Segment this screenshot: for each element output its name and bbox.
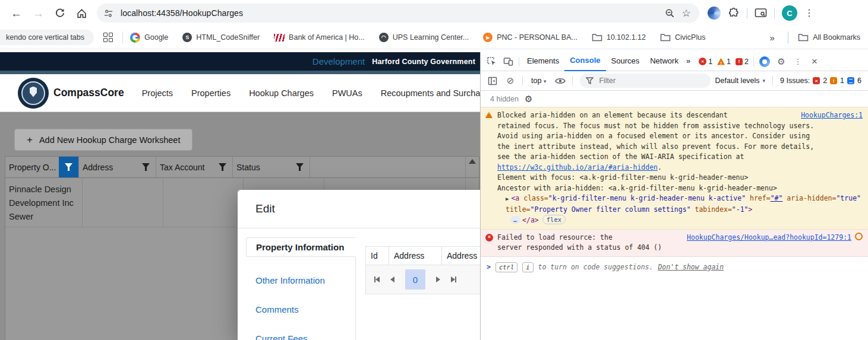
nav-item-recoupments[interactable]: Recoupments and Surcharges	[381, 88, 480, 98]
nav-item-properties[interactable]: Properties	[191, 88, 231, 98]
plus-icon: +	[27, 134, 33, 146]
bookmark-folder-civicplus[interactable]: CivicPlus	[660, 33, 705, 42]
globe-icon: ◠	[379, 33, 389, 42]
tab-property-information[interactable]: Property Information	[246, 237, 356, 257]
bookmark-folder-ip[interactable]: 10.102.1.12	[592, 33, 646, 42]
bookmark-star-icon[interactable]: ☆	[678, 5, 695, 21]
href-link[interactable]: "#"	[771, 194, 783, 202]
tab-console[interactable]: Console	[564, 52, 605, 71]
warning-icon: !	[717, 58, 725, 65]
toolbar-divider	[774, 8, 775, 18]
profile-avatar[interactable]: C	[782, 5, 797, 21]
devtools-panel: Elements Console Sources Network » ×1 !1…	[480, 52, 868, 340]
expand-ellipsis-button[interactable]: …	[510, 216, 520, 224]
bookmark-pnc[interactable]: ▶PNC - PERSONAL BA...	[483, 33, 577, 42]
log-levels-dropdown[interactable]: Default levels ▾	[712, 77, 769, 85]
tab-network[interactable]: Network	[645, 52, 684, 71]
devtools-close-icon[interactable]: ×	[806, 54, 823, 69]
county-seal-logo[interactable]	[18, 78, 49, 109]
reload-icon[interactable]	[55, 8, 65, 18]
nav-item-hookup-charges[interactable]: Hookup Charges	[249, 88, 314, 98]
cell-address[interactable]	[83, 178, 163, 227]
column-header-address-direction[interactable]: Address Dire	[442, 247, 480, 265]
browser-menu-icon[interactable]: ⋮	[804, 8, 814, 18]
bookmark-bofa[interactable]: Bank of America | Ho...	[274, 33, 365, 42]
cell-property-owner[interactable]: Pinnacle Design Development Inc Sewer	[5, 178, 83, 227]
filter-funnel-icon[interactable]	[142, 163, 150, 171]
device-toolbar-icon[interactable]	[500, 54, 516, 69]
tab-group-chip[interactable]: kendo core vertical tabs	[0, 30, 94, 45]
forward-icon[interactable]: →	[33, 8, 44, 19]
column-header-status[interactable]: Status	[233, 157, 310, 177]
browser-extension-icon[interactable]	[708, 7, 721, 20]
column-header-id[interactable]: Id	[366, 247, 389, 265]
side-panel-icon[interactable]	[755, 8, 767, 18]
chevron-down-icon: ▾	[763, 78, 766, 84]
inspect-element-icon[interactable]	[483, 54, 500, 69]
console-messages: ! Blocked aria-hidden on an element beca…	[481, 107, 868, 278]
console-filter[interactable]	[580, 74, 710, 88]
cell-tax-account[interactable]	[163, 178, 244, 227]
filter-input[interactable]	[598, 76, 695, 85]
hidden-messages-label[interactable]: 4 hidden	[490, 95, 519, 103]
context-selector[interactable]: top ▾	[526, 77, 551, 85]
pager-current-page[interactable]: 0	[405, 269, 425, 290]
console-settings-gear-icon[interactable]: ⚙	[525, 94, 532, 104]
console-sidebar-icon[interactable]	[484, 73, 501, 88]
pager-first-button[interactable]	[374, 277, 380, 282]
site-settings-icon[interactable]	[100, 5, 116, 21]
address-bar[interactable]: localhost:44358/HookupCharges ☆	[97, 4, 699, 23]
bookmark-ups[interactable]: ◠UPS Learning Center...	[379, 33, 469, 42]
issues-count-badge[interactable]: !2	[736, 58, 749, 66]
app-brand[interactable]: CompassCore	[53, 87, 124, 99]
bookmark-google[interactable]: Google	[130, 33, 168, 43]
tab-other-information[interactable]: Other Information	[246, 271, 355, 290]
url-text[interactable]: localhost:44358/HookupCharges	[121, 8, 661, 18]
bookmarks-overflow-icon[interactable]: »	[769, 33, 774, 43]
tab-current-fees[interactable]: Current Fees	[246, 329, 355, 340]
issues-summary[interactable]: 9 Issues: ×2 !1 6	[777, 77, 865, 85]
expand-arrow-icon[interactable]: ▶	[506, 196, 509, 202]
tab-comments[interactable]: Comments	[246, 300, 355, 319]
error-count-badge[interactable]: ×1	[699, 58, 712, 66]
toolbar-divider	[572, 76, 573, 85]
warning-count-badge[interactable]: !1	[717, 58, 731, 66]
live-expression-eye-icon[interactable]	[552, 73, 569, 88]
nav-item-projects[interactable]: Projects	[142, 88, 173, 98]
zoom-page-icon[interactable]	[661, 5, 678, 21]
aria-spec-link[interactable]: https://w3c.github.io/aria/#aria-hidden	[497, 163, 658, 171]
grid-scrollbar[interactable]	[466, 157, 479, 177]
more-tabs-icon[interactable]: »	[684, 52, 693, 71]
column-header-tax-account[interactable]: Tax Account	[156, 157, 233, 177]
filter-funnel-icon[interactable]	[219, 163, 226, 171]
devtools-settings-icon[interactable]: ⚙	[773, 54, 790, 69]
clear-console-icon[interactable]: ⊘	[502, 73, 519, 88]
related-issue-icon[interactable]	[855, 233, 863, 240]
pager-next-button[interactable]	[436, 277, 440, 282]
filter-button-active[interactable]	[59, 157, 78, 177]
tab-elements[interactable]: Elements	[522, 52, 564, 71]
warning-source-link[interactable]: HookupCharges:1	[801, 110, 863, 121]
bookmark-codesniffer[interactable]: SHTML_CodeSniffer	[182, 33, 260, 42]
nav-item-pwuas[interactable]: PWUAs	[332, 88, 362, 98]
extensions-puzzle-icon[interactable]	[728, 7, 740, 19]
console-prompt[interactable]: > ctrl i to turn on code suggestions. Do…	[481, 257, 868, 278]
column-header-address[interactable]: Address	[389, 247, 442, 265]
back-icon[interactable]: ←	[11, 8, 22, 19]
console-insights-icon[interactable]	[756, 54, 773, 69]
flex-badge[interactable]: flex	[542, 215, 566, 224]
home-icon[interactable]	[76, 8, 87, 19]
filter-funnel-icon[interactable]	[296, 163, 304, 171]
add-worksheet-button[interactable]: + Add New Hookup Charge Worksheet	[14, 129, 192, 151]
tab-sources[interactable]: Sources	[606, 52, 645, 71]
error-source-link[interactable]: HookupCharges/Hookup…ead?hookupId=1279:1	[687, 233, 851, 243]
bookmark-all-bookmarks[interactable]: All Bookmarks	[798, 33, 860, 42]
devtools-menu-icon[interactable]: ⋮	[790, 54, 806, 69]
scroll-up-icon[interactable]	[469, 159, 476, 164]
column-header-address[interactable]: Address	[79, 157, 156, 177]
dont-show-again-link[interactable]: Don't show again	[658, 262, 724, 273]
pager-previous-button[interactable]	[390, 277, 394, 282]
column-header-property-owner[interactable]: Property O...	[5, 157, 79, 177]
pager-last-button[interactable]	[451, 277, 456, 282]
apps-grid-icon[interactable]	[103, 33, 113, 42]
